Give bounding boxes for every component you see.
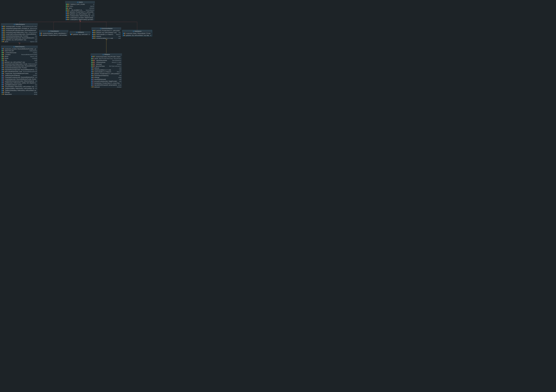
class-box-ReflectiveInjector_[interactable]: ReflectiveInjector_constructor(_provider… xyxy=(1,45,38,95)
class-title[interactable]: Injector xyxy=(65,1,95,3)
class-box-NodeInjector[interactable]: NodeInjectorconstructor(_tNode: TElement… xyxy=(122,30,152,36)
class-member-row[interactable]: get(token: any, notFoundValue?: any)any xyxy=(91,31,121,33)
class-member-row[interactable]: resolveInjectorInitializers()void xyxy=(91,75,122,76)
class-member-row[interactable]: _ngOnDestroyHooksSet<OnDestroy> xyxy=(91,60,122,61)
class-member-row[interactable]: _onDestroyHooksArray<() => void> xyxy=(91,61,122,63)
class-member-row[interactable]: constructor(_tNode: TElementNode | TCont… xyxy=(123,32,152,34)
svg-point-3 xyxy=(76,32,77,33)
member-icons xyxy=(91,84,94,86)
key-icon xyxy=(93,58,94,59)
class-member-row[interactable]: _getByKeyDefault(key: ReflectiveKey, not… xyxy=(1,90,38,91)
class-member-row[interactable]: _getMaxNumberOfObjects()number xyxy=(1,74,38,76)
class-member-row[interactable]: toString()string xyxy=(1,91,38,93)
class-member-row[interactable]: create(providers: StaticProvider[], pare… xyxy=(65,15,95,17)
class-title[interactable]: NullInjector xyxy=(70,31,91,33)
member-type: any xyxy=(118,32,121,33)
class-member-row[interactable]: _instantiate(provider: ResolvedReflectiv… xyxy=(1,78,38,80)
class-member-row[interactable]: instantiateResolved(provider: ResolvedRe… xyxy=(1,37,38,39)
class-member-row[interactable]: create(options: StaticProvider[] | {prov… xyxy=(65,19,95,20)
lock-icon xyxy=(3,86,4,87)
class-member-row[interactable]: destroyedboolean xyxy=(91,86,122,88)
class-member-row[interactable]: assertNotDestroyed()void xyxy=(91,78,122,80)
class-member-row[interactable]: toString()string xyxy=(91,76,122,78)
class-member-row[interactable]: _throwOrNull(key: ReflectiveKey, notFoun… xyxy=(1,86,38,88)
uml-canvas[interactable]: InjectorTHROW_IF_NOT_FOUND{}NULLInjector… xyxy=(0,0,153,97)
member-name: get(token: ProviderToken<T>, notFoundVal… xyxy=(96,30,120,31)
field-icon xyxy=(66,8,67,9)
member-icons xyxy=(2,88,4,89)
class-member-row[interactable]: instantiateResolved(provider: ResolvedRe… xyxy=(1,69,38,71)
class-member-row[interactable]: THROW_IF_NOT_FOUND{} xyxy=(65,3,95,5)
class-member-row[interactable]: _providersResolvedReflectiveProvider[] xyxy=(1,53,38,55)
class-member-row[interactable]: hydrate(token: ProviderToken<T>, record:… xyxy=(91,82,122,84)
class-member-row[interactable]: resolveAndCreateChild(providers: Provide… xyxy=(1,63,38,65)
class-title[interactable]: ReflectiveInjector xyxy=(1,23,38,26)
class-member-row[interactable]: get(token: any, notFoundValue?: any)any xyxy=(65,13,95,15)
class-member-row[interactable]: injectorDefTypesSet<Type<unknown>> xyxy=(91,65,122,67)
class-member-row[interactable]: destroy()void xyxy=(91,67,122,69)
class-title[interactable]: NodeInjector xyxy=(123,30,152,32)
class-member-row[interactable]: onDestroy(callback: () => void)void xyxy=(91,69,122,71)
member-icons xyxy=(92,34,96,35)
class-member-row[interactable]: injectableDefInScope(def: ɵɵInjectableDe… xyxy=(91,84,122,86)
class-member-row[interactable]: _constructionCounternumber xyxy=(1,52,38,53)
class-member-row[interactable]: resolveAndCreateChild(providers: Provide… xyxy=(1,31,38,33)
method-icon xyxy=(2,90,3,91)
class-member-row[interactable]: createChildFromResolved(providers: Resol… xyxy=(1,33,38,35)
class-box-ChainedInjector[interactable]: ChainedInjectorconstructor(injector: Inj… xyxy=(39,30,68,36)
class-member-row[interactable]: runInContext(fn: () => ReturnT)ReturnT xyxy=(91,33,121,35)
class-member-row[interactable]: resolve(providers: Provider[])ResolvedRe… xyxy=(1,26,38,27)
class-member-row[interactable]: _getByReflectiveDependency(dep: Reflecti… xyxy=(1,80,38,82)
class-title[interactable]: EnvironmentInjector xyxy=(91,27,121,30)
class-member-row[interactable]: onDestroy(callback: () => void)void xyxy=(91,37,121,39)
class-title[interactable]: R3Injector xyxy=(91,53,122,56)
class-member-row[interactable]: ɵprovunknown xyxy=(65,7,95,9)
class-member-row[interactable]: parentInjector | null xyxy=(1,41,38,43)
class-member-row[interactable]: INJECTOR_KEYReflectiveKey xyxy=(1,50,38,52)
class-member-row[interactable]: keyIdsnumber[] xyxy=(1,57,38,59)
class-member-row[interactable]: resolveAndCreate(providers: Provider[], … xyxy=(1,27,38,29)
class-member-row[interactable]: constructor(providers: Array<Provider | … xyxy=(91,56,122,58)
class-member-row[interactable]: get(token: any, notFoundValue?: any)any xyxy=(1,61,38,63)
class-member-row[interactable]: _getByKeySelf(key: ReflectiveKey, notFou… xyxy=(1,88,38,90)
class-member-row[interactable]: recordsMap<ProviderToken<any>, Record<an… xyxy=(91,58,122,60)
class-box-NullInjector[interactable]: NullInjectorget(token: any, notFoundValu… xyxy=(70,31,91,35)
class-member-row[interactable]: _destroyedboolean xyxy=(91,63,122,65)
class-member-row[interactable]: objsany[] xyxy=(1,59,38,61)
class-member-row[interactable]: _getByKey(key: ReflectiveKey, visibility… xyxy=(1,82,38,84)
class-member-row[interactable]: get(token: ProviderToken<T>, notFoundVal… xyxy=(91,73,122,75)
class-box-ReflectiveInjector[interactable]: ReflectiveInjectorresolve(providers: Pro… xyxy=(1,23,38,43)
class-member-row[interactable]: _new(provider: ResolvedReflectiveProvide… xyxy=(1,72,38,74)
class-member-row[interactable]: get(token: any, notFoundValue?: any)any xyxy=(1,39,38,41)
class-member-row[interactable]: get(token: ProviderToken<T>, notFoundVal… xyxy=(91,30,121,31)
class-member-row[interactable]: resolveAndInstantiate(provider: Provider… xyxy=(1,67,38,69)
class-member-row[interactable]: get(token: any, notFoundValue?: any, fla… xyxy=(123,34,152,36)
class-member-row[interactable]: __NG_ELEMENT_ID__InjectorMarkers xyxy=(65,9,95,11)
class-member-row[interactable]: get(token: ProviderToken<T>, notFoundVal… xyxy=(65,11,95,13)
class-title[interactable]: ChainedInjector xyxy=(39,30,68,32)
class-member-row[interactable]: create(options: {providers: StaticProvid… xyxy=(65,17,95,19)
class-member-row[interactable]: constructor(injector: Injector, parentIn… xyxy=(39,32,68,34)
class-member-row[interactable]: displayNamestring xyxy=(1,93,38,95)
class-member-row[interactable]: runInContext(fn: () => ReturnT)ReturnT xyxy=(91,71,122,73)
lock-icon xyxy=(3,71,4,72)
class-member-row[interactable]: _instantiateProvider(provider: ResolvedR… xyxy=(1,76,38,78)
lock-icon xyxy=(67,6,68,7)
class-member-row[interactable]: constructor(_providers: ResolvedReflecti… xyxy=(1,48,38,50)
class-member-row[interactable]: destroy()void xyxy=(91,35,121,37)
class-member-row[interactable]: getProviderAtIndex(index: number)Resolve… xyxy=(1,71,38,72)
class-title[interactable]: ReflectiveInjector_ xyxy=(1,45,38,48)
class-member-row[interactable]: processProvider(provider: SingleProvider… xyxy=(91,80,122,82)
class-member-row[interactable]: resolveAndInstantiate(provider: Provider… xyxy=(1,35,38,37)
class-member-row[interactable]: get(token: ProviderToken<T>, notFoundVal… xyxy=(39,34,68,36)
class-member-row[interactable]: fromResolvedProviders(providers: Resolve… xyxy=(1,29,38,31)
class-member-row[interactable]: parentInjector | null xyxy=(1,55,38,57)
member-name: _getByKey(key: ReflectiveKey, visibility… xyxy=(5,82,36,83)
class-member-row[interactable]: get(token: any, notFoundValue?: any)any xyxy=(70,33,91,35)
class-box-Injector[interactable]: InjectorTHROW_IF_NOT_FOUND{}NULLInjector… xyxy=(65,1,95,20)
class-member-row[interactable]: _getObjByKeyId(keyId: number)any xyxy=(1,84,38,86)
class-box-R3Injector[interactable]: R3Injectorconstructor(providers: Array<P… xyxy=(91,53,122,88)
class-box-EnvironmentInjector[interactable]: EnvironmentInjectorget(token: ProviderTo… xyxy=(91,27,121,39)
class-member-row[interactable]: createChildFromResolved(providers: Resol… xyxy=(1,65,38,67)
class-member-row[interactable]: NULLInjector xyxy=(65,5,95,7)
